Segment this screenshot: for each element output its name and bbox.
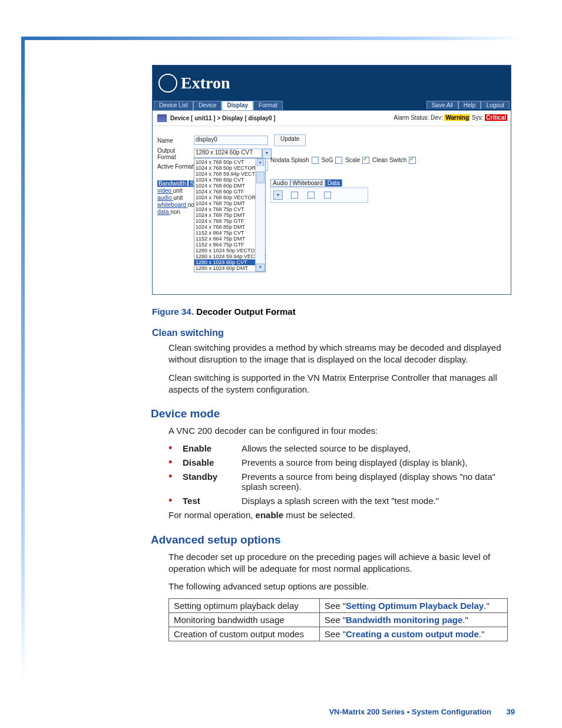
table-row: Setting optimum playback delaySee "Setti… (169, 599, 508, 613)
subtab-whiteboard[interactable]: Whiteboard (290, 179, 325, 187)
mode-desc: Displays a splash screen with the text "… (242, 496, 509, 506)
name-input[interactable]: display0 (194, 136, 268, 145)
scroll-down-icon[interactable]: ▾ (256, 263, 265, 272)
tab-format[interactable]: Format (253, 101, 283, 110)
subtab-check-3[interactable] (324, 192, 331, 199)
clean-checkbox[interactable] (409, 157, 416, 164)
adv-p2: The following advanced setup options are… (168, 581, 509, 592)
sog-checkbox[interactable] (335, 157, 342, 164)
dropdown-option[interactable]: 1280 x 1024 60p CVT (194, 259, 265, 265)
adv-right: See "Bandwidth monitoring page." (319, 613, 507, 627)
dropdown-option[interactable]: 1280 x 1024 50p VECTOR (194, 248, 265, 253)
mode-desc: Prevents a source from being displayed (… (242, 472, 509, 492)
adv-left: Setting optimum playback delay (169, 599, 320, 613)
nodata-label: Nodata Splash (270, 157, 309, 163)
tab-display[interactable]: Display (222, 101, 253, 110)
mode-desc: Prevents a source from being displayed (… (242, 457, 509, 467)
dropdown-option[interactable]: 1024 x 768 75p GTF (194, 218, 265, 224)
dropdown-option[interactable]: 1152 x 864 75p CVT (194, 230, 265, 236)
name-label: Name (157, 137, 194, 144)
dropdown-option[interactable]: 1024 x 768 75p DMT (194, 212, 265, 218)
dropdown-option[interactable]: 1152 x 864 75p GTF (194, 242, 265, 248)
scale-checkbox[interactable] (362, 157, 369, 164)
dropdown-option[interactable]: 1024 x 768 75p CVT (194, 206, 265, 212)
heading-clean-switching: Clean switching (152, 328, 509, 338)
mode-row: •TestDisplays a splash screen with the t… (168, 495, 509, 506)
dropdown-option[interactable]: 1280 x 1024 60p DMT (194, 265, 265, 271)
cross-reference-link[interactable]: Creating a custom output mode (346, 629, 479, 639)
warning-badge: Warning (444, 114, 470, 121)
breadcrumb-bar: Device [ unit11 ] > Display [ display0 ]… (153, 111, 511, 126)
table-row: Monitoring bandwidth usageSee "Bandwidth… (169, 613, 508, 627)
app-screenshot: Extron Device List Device Display Format… (152, 65, 511, 295)
subtab-row: Audio Whiteboard Data (270, 179, 342, 187)
tab-device[interactable]: Device (193, 101, 222, 110)
tab-bar: Device List Device Display Format Save A… (153, 101, 511, 111)
cross-reference-link[interactable]: Bandwidth monitoring page (346, 615, 462, 625)
table-row: Creation of custom output modesSee "Crea… (169, 627, 508, 641)
update-button[interactable]: Update (274, 134, 306, 146)
bullet-icon: • (168, 443, 176, 453)
app-header: Extron (153, 65, 511, 101)
adv-left: Monitoring bandwidth usage (169, 613, 320, 627)
brand-logo: Extron (158, 74, 230, 93)
advanced-table: Setting optimum playback delaySee "Setti… (168, 598, 508, 641)
dropdown-option[interactable]: 1280 x 1024 59.94p VECTOR (194, 253, 265, 259)
dropdown-option[interactable]: 1152 x 864 75p DMT (194, 236, 265, 242)
bullet-icon: • (168, 495, 176, 506)
dropdown-option[interactable]: 1024 x 768 60p CVT (194, 177, 265, 183)
dropdown-option[interactable]: 1024 x 768 70p DMT (194, 200, 265, 206)
tab-help[interactable]: Help (458, 101, 481, 109)
mode-name: Enable (183, 443, 242, 453)
dropdown-list[interactable]: 1024 x 768 50p CVT1024 x 768 50p VECTOR1… (194, 158, 266, 272)
mode-name: Test (183, 496, 242, 506)
output-format-label: Output Format (157, 147, 194, 160)
mode-name: Standby (183, 472, 242, 482)
output-format-dropdown[interactable]: 1280 x 1024 60p CVT▾ 1024 x 768 50p CVT1… (194, 149, 272, 159)
adv-p1: The decoder set up procedure on the prec… (168, 551, 509, 575)
scroll-thumb[interactable] (256, 172, 265, 183)
sog-label: SoG (321, 157, 333, 163)
monitor-icon (157, 114, 167, 122)
critical-badge: Critical (485, 114, 507, 121)
alarm-status: Alarm Status: Dev: Warning Sys: Critical (394, 114, 507, 121)
scroll-up-icon[interactable]: ▴ (257, 159, 264, 167)
brand-name: Extron (181, 74, 230, 93)
bandwidth-header: Bandwidth (157, 180, 187, 187)
tab-device-list[interactable]: Device List (154, 101, 193, 110)
dropdown-option[interactable]: 1024 x 768 60p VECTOR (194, 195, 265, 200)
mode-row: •DisablePrevents a source from being dis… (168, 457, 509, 467)
adv-left: Creation of custom output modes (169, 627, 320, 641)
tab-save-all[interactable]: Save All (427, 101, 458, 109)
footer-text: VN-Matrix 200 Series • System Configurat… (329, 707, 491, 716)
subtab-data[interactable]: Data (325, 179, 342, 187)
subtab-check-1[interactable] (291, 192, 298, 199)
checkbox-row: Nodata Splash SoG Scale Clean Switch (270, 157, 417, 164)
subtab-audio[interactable]: Audio (270, 179, 290, 187)
mode-row: •EnableAllows the selected source to be … (168, 443, 509, 453)
dropdown-option[interactable]: 1024 x 768 50p CVT (194, 159, 265, 165)
dropdown-value[interactable]: 1280 x 1024 60p CVT (194, 149, 262, 158)
dropdown-option[interactable]: 1024 x 768 85p DMT (194, 224, 265, 230)
page-left-border (21, 37, 25, 683)
device-outro: For normal operation, enable must be sel… (168, 509, 509, 521)
adv-right: See "Setting Optimum Playback Delay." (319, 599, 507, 613)
figure-number: Figure 34. (152, 307, 194, 317)
tab-logout[interactable]: Logout (481, 101, 510, 109)
adv-right: See "Creating a custom output mode." (319, 627, 507, 641)
logo-mark-icon (158, 74, 177, 93)
dropdown-option[interactable]: 1024 x 768 59.94p VECTOR (194, 171, 265, 177)
clean-label: Clean Switch (372, 157, 406, 163)
scrollbar[interactable]: ▴ ▾ (255, 159, 265, 272)
cross-reference-link[interactable]: Setting Optimum Playback Delay (346, 601, 484, 611)
dropdown-option[interactable]: 1024 x 768 60p GTF (194, 189, 265, 195)
page-number: 39 (507, 707, 515, 716)
clean-p2: Clean switching is supported in the VN M… (168, 372, 509, 396)
subtab-check-2[interactable] (308, 192, 315, 199)
nodata-checkbox[interactable] (312, 157, 319, 164)
dropdown-option[interactable]: 1024 x 768 60p DMT (194, 183, 265, 189)
subtab-body: ▾ (270, 187, 368, 203)
dropdown-option[interactable]: 1024 x 768 50p VECTOR (194, 165, 265, 171)
active-format-label: Active Format (157, 163, 194, 170)
chevron-down-icon[interactable]: ▾ (273, 190, 283, 200)
